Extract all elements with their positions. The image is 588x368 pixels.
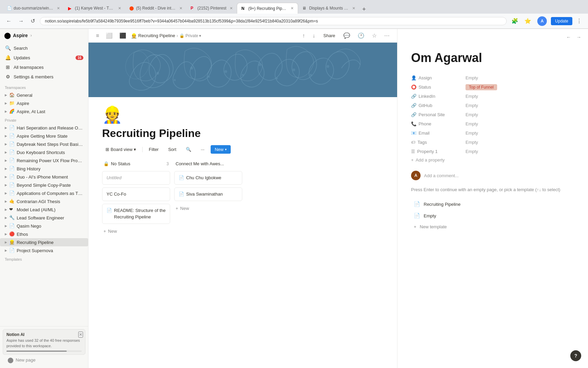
column-header-connect: Connect Me with Awes... <box>174 159 242 168</box>
card-chu[interactable]: 📄 Chu Chu Igbokwe <box>174 171 242 185</box>
nav-prev-button[interactable]: ↑ <box>300 31 307 40</box>
comment-input[interactable]: Add a comment... <box>424 173 459 178</box>
tab-close[interactable]: ✕ <box>230 6 233 11</box>
property1-value[interactable]: Empty <box>466 149 574 154</box>
board-view-button[interactable]: ⊞ Board view ▾ <box>102 145 140 153</box>
profile-button[interactable]: A <box>535 15 549 27</box>
sidebar-page-lead-swe[interactable]: ▶ 🔧 Lead Software Engineer <box>0 214 88 222</box>
sidebar-page-aspire-at-last[interactable]: ▶ 🌈 Aspire, At Last <box>0 107 88 116</box>
toggle-view-button[interactable]: ⬛ <box>117 31 128 40</box>
favorite-button[interactable]: ☆ <box>370 31 379 40</box>
help-button[interactable]: ? <box>570 350 581 361</box>
card-readme[interactable]: 📄 README: Structure of the Recruiting Pi… <box>102 204 170 224</box>
tags-value[interactable]: Empty <box>466 140 574 145</box>
sidebar-page-ethos[interactable]: ▶ 🔴 Ethos <box>0 230 88 238</box>
page-title: Applications of Computers as Theatre <box>17 191 83 196</box>
sidebar-page-agi[interactable]: ▶ 🤙 Contrarian AGI Thesis <box>0 197 88 205</box>
history-button[interactable]: 🕐 <box>356 31 366 40</box>
svg-point-6 <box>327 65 329 68</box>
update-button[interactable]: Update <box>551 17 572 25</box>
board-column-no-status: 🔒 No Status 3 Untitled YC Co-Fo 📄 README… <box>102 159 170 236</box>
menu-button[interactable]: ⋮ <box>574 16 584 26</box>
email-value[interactable]: Empty <box>466 131 574 136</box>
extensions-button[interactable]: 🧩 <box>509 16 520 26</box>
sidebar-toggle-button[interactable]: ≡ <box>94 31 101 40</box>
sidebar-page-recruiting[interactable]: ▶ 👷 Recruiting Pipeline <box>0 238 88 246</box>
back-button[interactable]: ← <box>4 17 14 26</box>
sidebar-page-bing[interactable]: ▶ 📄 Bing History <box>0 165 88 173</box>
add-property-button[interactable]: + Add a property <box>411 156 574 164</box>
sidebar-page-supernova[interactable]: ▶ 📄 Project Supernova <box>0 246 88 255</box>
bookmark-button[interactable]: ⭐ <box>522 16 533 26</box>
tab-reddit[interactable]: ⬤ (5) Reddit - Dive into anything ✕ <box>125 3 186 14</box>
page-title: Beyond Simple Copy-Paste <box>17 183 83 188</box>
sidebar-page-ux[interactable]: ▶ 📄 Remaining Power UX Flow Prompts <box>0 156 88 165</box>
sidebar-page-model-lead[interactable]: ▶ ❤ Model Lead (AI/ML) <box>0 205 88 214</box>
search-label: Search <box>14 46 28 51</box>
sidebar-item-teamspaces[interactable]: ⊞ All teamspaces <box>0 62 88 72</box>
add-card-button-connect[interactable]: + New <box>174 204 242 213</box>
add-page-button[interactable]: ⬤ New page <box>3 355 85 365</box>
status-value[interactable]: Top of Funnel <box>466 85 574 90</box>
toggle-layout-button[interactable]: ⬜ <box>104 31 115 40</box>
sidebar-page-duo-shortcuts[interactable]: ▶ 📄 Duo Keyboard Shortcuts <box>0 148 88 156</box>
linkedin-value[interactable]: Empty <box>466 94 574 99</box>
card-untitled[interactable]: Untitled <box>102 171 170 185</box>
panel-forward-button[interactable]: → <box>575 33 583 41</box>
sidebar-page-general[interactable]: ▶ 🏠 General <box>0 91 88 99</box>
new-tab-button[interactable]: + <box>359 5 369 14</box>
search-toolbar-button[interactable]: 🔍 <box>182 145 195 153</box>
sidebar-page-qasim[interactable]: ▶ 📄 Qasim Nego <box>0 222 88 230</box>
sidebar-item-settings[interactable]: ⚙ Settings & members <box>0 72 88 81</box>
more-options-button[interactable]: ⋯ <box>382 31 392 40</box>
sidebar-page-computers-theatre[interactable]: ▶ 📄 Applications of Computers as Theatre <box>0 189 88 197</box>
sidebar-page-hari[interactable]: ▶ 📄 Hari Seperation and Release Off-Cycl… <box>0 124 88 132</box>
tab-close[interactable]: ✕ <box>118 6 121 11</box>
tags-label: Tags <box>418 140 427 145</box>
template-item-recruiting[interactable]: 📄 Recruiting Pipeline <box>411 199 574 209</box>
template-item-empty[interactable]: 📄 Empty <box>411 211 574 221</box>
sidebar-header[interactable]: ⬤ Aspire › <box>0 29 88 42</box>
tab-close[interactable]: ✕ <box>179 6 182 11</box>
tab-pinterest[interactable]: P (2152) Pinterest ✕ <box>186 3 237 14</box>
address-bar[interactable] <box>40 17 507 25</box>
search-icon: 🔍 <box>5 45 11 51</box>
reload-button[interactable]: ↺ <box>29 16 37 26</box>
nav-next-button[interactable]: ↓ <box>310 31 317 40</box>
panel-back-button[interactable]: ← <box>565 33 572 41</box>
property-label-personal-site: 🔗 Personal Site <box>411 112 466 117</box>
new-button[interactable]: New ▾ <box>211 145 231 154</box>
topbar-right: ↑ ↓ Share 💬 🕐 ☆ ⋯ <box>300 31 392 40</box>
sidebar-item-updates[interactable]: 🔔 Updates 16 <box>0 53 88 62</box>
sidebar-item-search[interactable]: 🔍 Search <box>0 43 88 53</box>
filter-button[interactable]: Filter <box>145 145 162 153</box>
sidebar-page-copy-paste[interactable]: ▶ 📄 Beyond Simple Copy-Paste <box>0 181 88 189</box>
notion-ai-close-button[interactable]: ✕ <box>78 332 83 338</box>
forward-button[interactable]: → <box>16 17 26 26</box>
tab-mac[interactable]: 🖥 Displays & Mounts - Mac Acc... ✕ <box>298 3 359 14</box>
github-value[interactable]: Empty <box>466 103 574 108</box>
sidebar-page-aspire[interactable]: ▶ 📁 Aspire <box>0 99 88 107</box>
share-button[interactable]: Share <box>321 32 338 40</box>
assign-value[interactable]: Empty <box>466 75 574 80</box>
tab-duo[interactable]: 📄 duo-summarize/window_pars... ✕ <box>3 3 64 14</box>
card-yc-cofo[interactable]: YC Co-Fo <box>102 187 170 201</box>
chevron-icon: ▶ <box>5 142 7 146</box>
phone-value[interactable]: Empty <box>466 121 574 126</box>
sidebar-page-aspire-state[interactable]: ▶ 📄 Aspire Getting More State <box>0 132 88 140</box>
tab-close[interactable]: ✕ <box>352 6 355 11</box>
tab-youtube[interactable]: ▶ (1) Kanye West - The Real... ✕ <box>64 3 125 14</box>
personal-site-value[interactable]: Empty <box>466 112 574 117</box>
new-template-button[interactable]: + New template <box>411 222 574 231</box>
sidebar-page-duo-ai[interactable]: ▶ 📄 Duo - AI's iPhone Moment <box>0 173 88 181</box>
card-siva[interactable]: 📄 Siva Swaminathan <box>174 187 242 201</box>
status-label: Status <box>419 85 431 90</box>
more-toolbar-button[interactable]: ··· <box>197 145 208 153</box>
sort-button[interactable]: Sort <box>165 145 180 153</box>
comment-button[interactable]: 💬 <box>341 31 352 40</box>
tab-close[interactable]: ✕ <box>57 6 60 11</box>
sidebar-page-daybreak[interactable]: ▶ 📄 Daybreak Next Steps Post Basic Duo .… <box>0 140 88 148</box>
tab-close[interactable]: ✕ <box>291 6 294 11</box>
add-card-button-no-status[interactable]: + New <box>102 227 170 236</box>
tab-notion-active[interactable]: N (9+) Recruiting Pipeline ✕ <box>237 3 298 14</box>
